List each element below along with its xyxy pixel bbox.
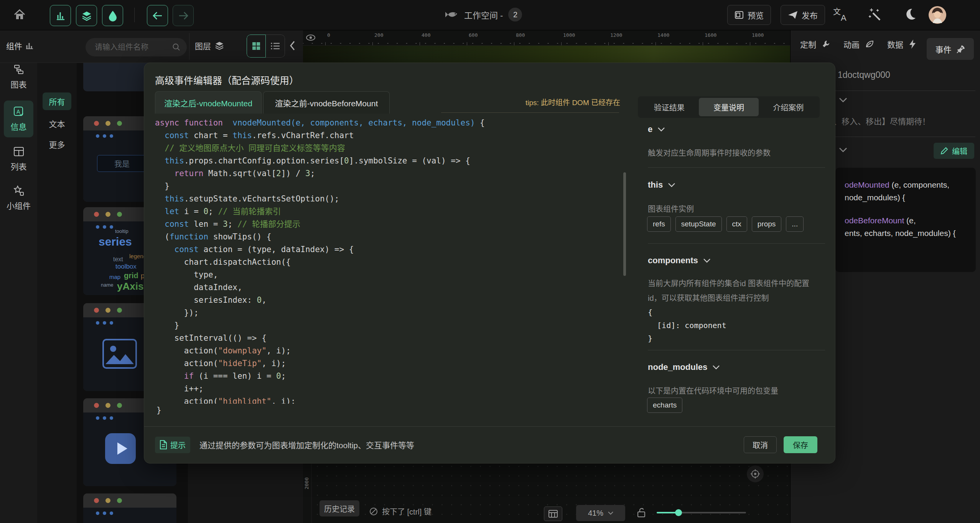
tab-data[interactable]: 数据 xyxy=(887,38,916,50)
property-chip[interactable]: refs xyxy=(647,216,671,232)
this-property-chips: refssetupStatectxprops... xyxy=(647,216,804,232)
collapse-panel-button[interactable] xyxy=(288,40,296,51)
section-e-header[interactable]: e xyxy=(648,124,665,134)
zoom-slider[interactable] xyxy=(657,512,746,513)
layers-title: 图层 xyxy=(195,40,224,51)
publish-label: 发布 xyxy=(802,9,818,21)
sidebar-item-charts[interactable]: 图表 xyxy=(0,64,37,90)
code-scrollbar[interactable] xyxy=(623,172,626,276)
zoom-slider-handle[interactable] xyxy=(675,509,682,516)
code-line: setInterval(() => { xyxy=(155,332,619,345)
section-components-header[interactable]: components xyxy=(648,256,710,266)
category-text[interactable]: 文本 xyxy=(43,118,71,129)
zoom-select[interactable]: 41% xyxy=(576,505,625,521)
org-chart-icon xyxy=(13,64,25,75)
language-icon[interactable]: 文A xyxy=(833,7,849,22)
property-chip[interactable]: echarts xyxy=(647,398,682,413)
property-chip[interactable]: ctx xyxy=(726,216,747,232)
ruler-tick-label: 200 xyxy=(374,32,383,38)
magic-wand-icon[interactable] xyxy=(868,8,882,21)
tip-chip: 提示 xyxy=(155,437,190,453)
property-chip[interactable]: setupState xyxy=(675,216,722,232)
tab-label: 动画 xyxy=(843,38,860,50)
ruler-tick-label: 1200 xyxy=(610,32,622,38)
chevron-down-icon[interactable] xyxy=(839,147,847,153)
tab-validation-result[interactable]: 验证结果 xyxy=(639,98,699,116)
save-button[interactable]: 保存 xyxy=(784,436,817,453)
code-line: }); xyxy=(155,307,619,319)
code-line: seriesIndex: 0, xyxy=(155,294,619,307)
divider xyxy=(648,167,825,168)
component-card[interactable] xyxy=(83,493,176,523)
tab-intro-examples[interactable]: 介绍案例 xyxy=(759,98,818,116)
section-this-header[interactable]: this xyxy=(648,180,675,190)
chevron-down-icon[interactable] xyxy=(839,97,847,103)
slash-circle-icon xyxy=(369,507,378,516)
search-input[interactable] xyxy=(94,43,172,52)
sidebar-item-info[interactable]: A 信息 xyxy=(4,101,33,137)
tab-label: 事件 xyxy=(936,43,952,55)
preview-button[interactable]: 预览 xyxy=(727,5,771,25)
ruler-tick-label: 1000 xyxy=(563,32,575,38)
app-screen: 020040060080010001200140016001800 2000 历… xyxy=(0,0,980,523)
history-button[interactable]: 历史记录 xyxy=(320,500,359,516)
tab-vnode-before-mount[interactable]: 渲染之前-vnodeBeforeMount xyxy=(263,91,390,114)
wordcloud-word: series xyxy=(99,235,132,248)
grid-table-button[interactable] xyxy=(544,507,562,521)
map-preview-strip xyxy=(303,45,790,64)
rocket-icon xyxy=(956,45,965,54)
tab-custom[interactable]: 定制 xyxy=(800,38,831,50)
code-line: return Math.sqrt(val[2]) / 3; xyxy=(155,167,619,180)
ruler-tick-label: 1800 xyxy=(752,32,764,38)
search-icon xyxy=(172,43,181,51)
event-code-preview[interactable]: odeMounted (e, components,node_modules) … xyxy=(835,168,976,272)
edit-button[interactable]: 编辑 xyxy=(934,143,974,159)
redo-button[interactable] xyxy=(173,5,194,26)
divider xyxy=(648,350,825,350)
divider xyxy=(189,33,189,60)
card-header xyxy=(83,493,176,508)
section-node-modules-header[interactable]: node_modules xyxy=(648,362,720,372)
grid-view-button[interactable] xyxy=(247,35,266,58)
play-icon xyxy=(104,432,137,465)
dark-mode-moon-icon[interactable] xyxy=(904,8,917,21)
list-view-button[interactable] xyxy=(266,35,285,58)
locate-button[interactable] xyxy=(747,465,764,482)
home-icon[interactable] xyxy=(13,8,26,21)
divider xyxy=(835,91,975,91)
tab-animation[interactable]: 动画 xyxy=(843,38,874,50)
code-preview-line: odeBeforeMount (e, xyxy=(845,214,976,227)
code-line: action("hideTip", i); xyxy=(155,357,619,370)
lock-icon[interactable] xyxy=(637,507,646,518)
undo-button[interactable] xyxy=(147,5,168,26)
publish-button[interactable]: 发布 xyxy=(781,5,825,25)
category-all[interactable]: 所有 xyxy=(43,92,71,110)
chart-tool-button[interactable] xyxy=(50,5,71,26)
avatar[interactable] xyxy=(928,6,947,24)
tab-variable-docs[interactable]: 变量说明 xyxy=(699,98,758,116)
code-line: const chart = this.refs.vChartRef.chart xyxy=(155,129,619,142)
code-line: i++; xyxy=(155,383,619,395)
tab-events[interactable]: 事件 xyxy=(927,38,974,60)
eye-icon[interactable] xyxy=(305,32,316,43)
tab-vnode-mounted[interactable]: 渲染之后-vnodeMounted xyxy=(155,91,262,114)
sidebar-item-list[interactable]: 列表 xyxy=(0,146,37,172)
property-chip[interactable]: props xyxy=(752,216,782,232)
layers-tool-button[interactable] xyxy=(76,5,97,26)
sidebar-item-widgets[interactable]: 小组件 xyxy=(0,185,37,211)
sidebar-item-label: 小组件 xyxy=(0,200,37,211)
chevron-down-icon xyxy=(713,365,720,370)
card-dots xyxy=(96,321,113,325)
drop-tool-button[interactable] xyxy=(102,5,123,26)
section-components-desc1: 当前大屏内所有组件的集合id 图表组件中的配置 xyxy=(648,276,809,291)
card-dots xyxy=(96,416,113,420)
chevron-left-icon xyxy=(288,40,296,51)
lightning-icon xyxy=(909,39,916,49)
property-chip[interactable]: ... xyxy=(786,216,804,232)
cancel-button[interactable]: 取消 xyxy=(744,436,777,453)
component-search[interactable] xyxy=(86,38,187,56)
category-more[interactable]: 更多 xyxy=(43,139,71,150)
code-editor[interactable]: async function vnodeMounted(e, component… xyxy=(155,117,619,404)
code-line: const len = 3; // 轮播部分提示 xyxy=(155,218,619,231)
horizontal-ruler: 020040060080010001200140016001800 xyxy=(303,30,790,46)
